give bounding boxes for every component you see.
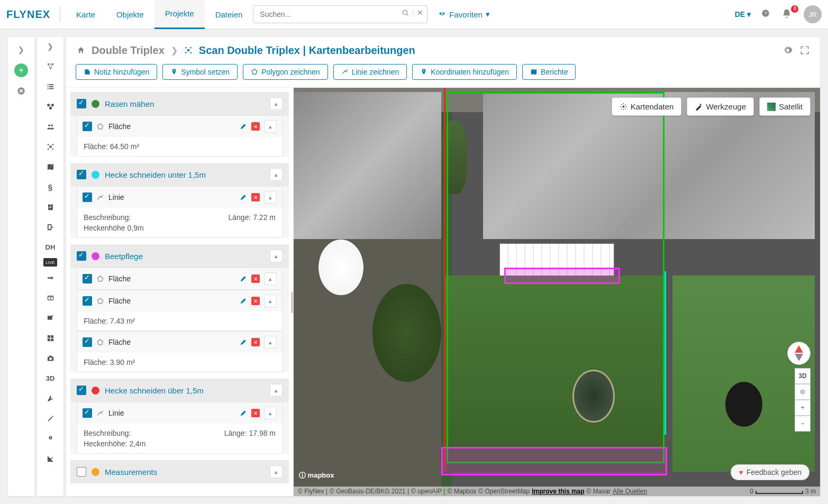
add-note-button[interactable]: Notiz hinzufügen [76, 64, 157, 80]
collapse-button[interactable]: ▴ [264, 191, 277, 204]
reports-button[interactable]: Berichte [522, 64, 576, 80]
checkbox[interactable] [83, 274, 92, 283]
locate-button[interactable] [795, 384, 811, 400]
group-header[interactable]: Rasen mähen ▴ [70, 92, 289, 115]
collapse-button[interactable]: ▴ [270, 250, 283, 262]
search-icon[interactable] [402, 8, 409, 17]
chevron-right-icon[interactable]: ❯ [47, 42, 53, 51]
network-icon[interactable] [41, 57, 59, 75]
notifications-button[interactable]: 8 [778, 8, 795, 20]
chart-icon[interactable] [41, 450, 59, 468]
avatar[interactable]: JR [804, 5, 822, 23]
clipboard-icon[interactable] [41, 198, 59, 216]
fullscreen-icon[interactable] [800, 45, 809, 56]
checkbox[interactable] [77, 99, 86, 108]
zoom-in-button[interactable]: + [795, 400, 811, 416]
clear-search-icon[interactable]: ✕ [417, 8, 423, 17]
collapse-button[interactable]: ▴ [264, 120, 277, 133]
chevron-right-icon[interactable]: ❯ [18, 45, 24, 54]
favorites-button[interactable]: Favoriten ▾ [438, 10, 490, 19]
overlay-polygon-magenta[interactable] [441, 447, 668, 475]
home-icon[interactable] [77, 46, 85, 56]
feedback-button[interactable]: ♥Feedback geben [731, 464, 809, 480]
plane-icon[interactable] [41, 269, 59, 287]
3d-toggle[interactable]: 3D [795, 368, 811, 384]
edit-icon[interactable] [240, 409, 247, 417]
map-view[interactable]: Kartendaten Werkzeuge Satellit 3D + − ♥F… [294, 88, 820, 496]
edit-icon[interactable] [240, 338, 247, 346]
map-icon[interactable] [41, 158, 59, 176]
cubes-icon[interactable] [41, 97, 59, 115]
overlay-polygon-magenta[interactable] [504, 268, 620, 284]
item-header[interactable]: Linie ✕ ▴ [77, 402, 282, 424]
group-header[interactable]: Hecke schneiden über 1,5m ▴ [70, 379, 289, 402]
collapse-button[interactable]: ▴ [270, 168, 283, 181]
checkbox[interactable] [83, 122, 92, 131]
list-icon[interactable] [41, 77, 59, 95]
add-button[interactable]: + [14, 63, 28, 77]
collapse-button[interactable]: ▴ [264, 336, 277, 349]
draw-polygon-button[interactable]: Polygon zeichnen [243, 64, 328, 80]
tab-objekte[interactable]: Objekte [106, 1, 154, 29]
add-coords-button[interactable]: Koordinaten hinzufügen [412, 64, 517, 80]
set-symbol-button[interactable]: Symbol setzen [162, 64, 238, 80]
checkbox[interactable] [77, 386, 86, 395]
help-icon[interactable]: ? [761, 9, 772, 20]
compass-icon[interactable] [787, 342, 811, 365]
tab-projekte[interactable]: Projekte [154, 0, 205, 29]
collapse-button[interactable]: ▴ [264, 295, 277, 307]
item-header[interactable]: Fläche ✕ ▴ [77, 268, 282, 289]
annotations-panel[interactable]: Rasen mähen ▴ Fläche ✕ ▴ Fläche: 64.50 m… [66, 88, 294, 496]
overlay-line-red[interactable] [444, 88, 445, 472]
edit-icon[interactable] [240, 297, 247, 305]
live-icon[interactable]: LIVE [43, 258, 57, 267]
collapse-button[interactable]: ▴ [264, 272, 277, 285]
export-icon[interactable] [41, 218, 59, 236]
item-header[interactable]: Fläche ✕ ▴ [77, 332, 282, 353]
gear-icon[interactable] [783, 45, 793, 56]
collapse-button[interactable]: ▴ [264, 407, 277, 419]
collapse-button[interactable]: ▴ [270, 384, 283, 397]
delete-icon[interactable]: ✕ [251, 122, 260, 131]
delete-icon[interactable]: ✕ [251, 409, 260, 417]
box-icon[interactable] [41, 289, 59, 307]
group-header[interactable]: Hecke schneiden unter 1,5m ▴ [70, 163, 289, 186]
wrench-icon[interactable] [41, 389, 59, 407]
drone-icon[interactable] [41, 138, 59, 155]
gear-pin-icon[interactable] [41, 429, 59, 447]
collapse-button[interactable]: ▴ [270, 465, 283, 478]
group-header[interactable]: Beetpflege ▴ [70, 244, 289, 268]
checkbox[interactable] [77, 251, 86, 261]
item-header[interactable]: Fläche ✕ ▴ [77, 116, 282, 137]
delete-icon[interactable]: ✕ [251, 193, 260, 201]
zoom-out-button[interactable]: − [795, 416, 811, 432]
checkbox[interactable] [83, 193, 92, 202]
edit-icon[interactable] [240, 274, 247, 283]
image-plus-icon[interactable] [41, 309, 59, 327]
breadcrumb-object[interactable]: Double Triplex [92, 44, 165, 57]
tab-karte[interactable]: Karte [66, 1, 106, 29]
map-data-button[interactable]: Kartendaten [612, 97, 682, 116]
checkbox[interactable] [77, 467, 86, 476]
delete-icon[interactable]: ✕ [251, 338, 260, 346]
checkbox[interactable] [83, 296, 92, 306]
language-selector[interactable]: DE ▾ [735, 10, 751, 19]
3d-label[interactable]: 3D [41, 369, 59, 387]
tab-dateien[interactable]: Dateien [205, 1, 253, 29]
delete-icon[interactable]: ✕ [251, 297, 260, 305]
grid-icon[interactable] [41, 329, 59, 347]
item-header[interactable]: Linie ✕ ▴ [77, 187, 282, 208]
item-header[interactable]: Fläche ✕ ▴ [77, 290, 282, 311]
menu-icon[interactable] [17, 87, 25, 96]
group-header[interactable]: Measurements ▴ [70, 460, 289, 483]
edit-icon[interactable] [240, 122, 247, 131]
improve-map-link[interactable]: Improve this map [532, 488, 584, 495]
dh-label[interactable]: DH [41, 238, 59, 256]
users-icon[interactable] [41, 117, 59, 135]
collapse-button[interactable]: ▴ [270, 97, 283, 110]
map-satellite-button[interactable]: Satellit [759, 97, 811, 116]
section-icon[interactable]: § [41, 178, 59, 196]
delete-icon[interactable]: ✕ [251, 274, 260, 283]
overlay-line-cyan[interactable] [665, 271, 666, 435]
checkbox[interactable] [83, 408, 92, 418]
